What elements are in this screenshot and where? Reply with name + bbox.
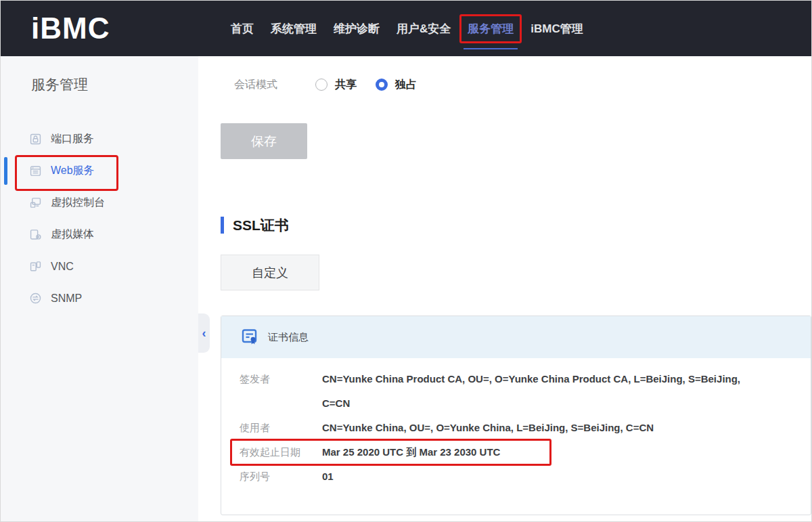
sidebar-item-vnc[interactable]: VNC <box>1 251 198 282</box>
snmp-icon <box>29 292 42 305</box>
sidebar-item-label: 虚拟媒体 <box>51 227 94 242</box>
cert-row-value: 01 <box>322 464 334 489</box>
top-navbar: iBMC 首页 系统管理 维护诊断 用户&安全 服务管理 iBMC管理 <box>1 1 811 56</box>
certificate-details: 签发者 CN=Yunke China Product CA, OU=, O=Yu… <box>221 358 811 489</box>
sidebar-item-snmp[interactable]: SNMP <box>1 282 198 314</box>
virtual-console-icon <box>29 196 42 209</box>
cert-row-value: CN=Yunke China, OU=, O=Yunke China, L=Be… <box>322 416 654 440</box>
cert-row-label: 使用者 <box>240 416 322 440</box>
certificate-info-panel: 证书信息 签发者 CN=Yunke China Product CA, OU=,… <box>221 316 811 515</box>
session-mode-label: 会话模式 <box>234 78 315 92</box>
cert-row-subject: 使用者 CN=Yunke China, OU=, O=Yunke China, … <box>240 416 790 440</box>
session-mode-row: 会话模式 共享 独占 <box>221 75 811 94</box>
cert-row-value: CN=Yunke China Product CA, OU=, O=Yunke … <box>322 367 742 416</box>
sidebar-item-virtual-console[interactable]: 虚拟控制台 <box>1 187 198 219</box>
ssl-section-header: SSL证书 <box>221 216 811 234</box>
nav-tab-maintenance[interactable]: 维护诊断 <box>334 21 380 37</box>
radio-option-exclusive[interactable]: 独占 <box>376 78 417 92</box>
radio-option-label: 独占 <box>395 78 417 92</box>
radio-option-shared[interactable]: 共享 <box>315 78 357 92</box>
sidebar-title: 服务管理 <box>31 75 198 94</box>
cert-row-label: 序列号 <box>240 464 322 489</box>
ssl-section-title: SSL证书 <box>233 216 289 235</box>
sidebar-item-label: 端口服务 <box>51 132 94 146</box>
save-button[interactable]: 保存 <box>221 123 307 159</box>
cert-row-label: 签发者 <box>240 367 322 416</box>
nav-tab-system[interactable]: 系统管理 <box>271 21 317 37</box>
sidebar-item-port-service[interactable]: 端口服务 <box>1 123 198 155</box>
certificate-panel-title: 证书信息 <box>268 331 309 344</box>
cert-row-label: 有效起止日期 <box>240 440 322 464</box>
certificate-icon <box>241 328 258 347</box>
sidebar-item-web-service[interactable]: Web服务 <box>1 155 198 187</box>
radio-option-label: 共享 <box>335 78 357 92</box>
radio-unselected-icon[interactable] <box>315 79 328 91</box>
cert-row-serial-number: 序列号 01 <box>240 464 790 489</box>
sidebar-item-label: VNC <box>51 261 74 273</box>
nav-tab-home[interactable]: 首页 <box>231 21 254 37</box>
sidebar-item-label: Web服务 <box>51 164 95 178</box>
vnc-icon <box>29 260 42 273</box>
web-service-icon <box>29 165 42 177</box>
sidebar-item-label: SNMP <box>51 292 82 305</box>
cert-row-issuer: 签发者 CN=Yunke China Product CA, OU=, O=Yu… <box>240 367 790 416</box>
cert-row-validity-period: 有效起止日期 Mar 25 2020 UTC 到 Mar 23 2030 UTC <box>240 440 790 464</box>
sidebar-menu: 端口服务 Web服务 <box>1 123 198 314</box>
custom-certificate-button[interactable]: 自定义 <box>221 255 319 290</box>
sidebar: 服务管理 端口服务 <box>1 56 198 521</box>
nav-tab-ibmc-management[interactable]: iBMC管理 <box>531 21 583 37</box>
ibmc-page: iBMC 首页 系统管理 维护诊断 用户&安全 服务管理 iBMC管理 服务管理 <box>0 0 812 522</box>
certificate-panel-header: 证书信息 <box>221 316 811 358</box>
main-content: 会话模式 共享 独占 保存 SSL证书 自定义 <box>198 56 811 521</box>
port-service-icon <box>29 133 42 146</box>
virtual-media-icon <box>29 228 42 241</box>
nav-tab-service-management[interactable]: 服务管理 <box>468 21 514 37</box>
sidebar-item-virtual-media[interactable]: 虚拟媒体 <box>1 219 198 251</box>
section-accent-bar <box>221 217 224 234</box>
main-nav: 首页 系统管理 维护诊断 用户&安全 服务管理 iBMC管理 <box>231 21 583 37</box>
radio-selected-icon[interactable] <box>376 79 388 91</box>
cert-row-value: Mar 25 2020 UTC 到 Mar 23 2030 UTC <box>322 440 500 464</box>
ibmc-logo: iBMC <box>31 12 200 45</box>
nav-tab-user-security[interactable]: 用户&安全 <box>397 21 451 37</box>
sidebar-item-label: 虚拟控制台 <box>51 196 105 210</box>
